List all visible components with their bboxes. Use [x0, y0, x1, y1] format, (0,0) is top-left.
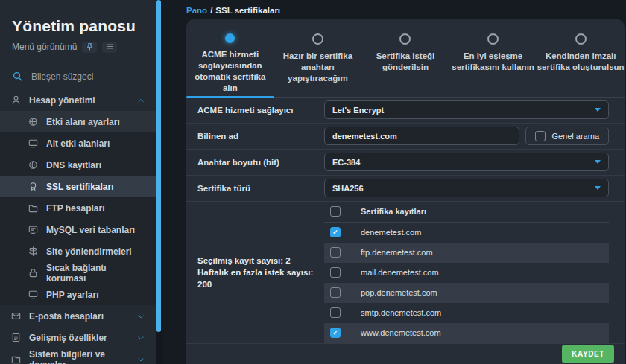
card-footer: KAYDET: [186, 344, 625, 364]
folder-icon: [28, 202, 39, 214]
app-title: Yönetim panosu: [12, 16, 144, 36]
menu-icon: [106, 40, 114, 54]
step-4-radio[interactable]: [487, 33, 499, 45]
genel-arama-option[interactable]: Genel arama: [525, 127, 609, 145]
pin-menu-button[interactable]: [82, 42, 97, 53]
bilinen-ad-input[interactable]: [324, 127, 519, 145]
acme-hizmeti-sağlayıcı-select[interactable]: Let's Encrypt: [324, 100, 609, 119]
ssl-certificates-card: ACME hizmeti sağlayıcısından otomatik se…: [186, 19, 625, 364]
record-checkbox[interactable]: [330, 227, 341, 237]
record-name: www.denemetest.com: [361, 328, 441, 337]
chevron-down-icon: [136, 333, 145, 342]
breadcrumb-current: SSL sertifikaları: [215, 6, 280, 15]
anahtar-boyutu-bit-select[interactable]: EC-384: [324, 153, 609, 171]
chevron-down-icon: [595, 160, 601, 164]
record-checkbox[interactable]: [330, 206, 341, 217]
record-row-mail-denemetest-com[interactable]: mail.denemetest.com: [324, 263, 609, 283]
record-name: pop.denemetest.com: [361, 288, 437, 297]
record-checkbox[interactable]: [330, 267, 341, 278]
sidebar: Yönetim panosu Menü görünümü Bileşen süz…: [0, 0, 162, 364]
record-checkbox[interactable]: [330, 287, 341, 298]
record-checkbox[interactable]: [330, 247, 341, 258]
stepper-divider: [186, 97, 625, 98]
sidebar-item-label: Sıcak bağlantı koruması: [46, 263, 145, 284]
sidebar-item-ftp-hesapları[interactable]: FTP hesapları: [0, 197, 156, 219]
step-5-radio[interactable]: [575, 33, 587, 45]
sidebar-item-label: Alt etki alanları: [46, 138, 110, 149]
step-1[interactable]: ACME hizmeti sağlayıcısından otomatik se…: [186, 33, 274, 97]
step-2[interactable]: Hazır bir sertifika anahtarı yapıştıraca…: [274, 33, 362, 97]
step-1-radio[interactable]: [225, 33, 235, 43]
field-label: Bilinen ad: [197, 132, 324, 141]
form-row-sertifika-türü: Sertifika türüSHA256: [186, 176, 625, 202]
sertifika-türü-select[interactable]: SHA256: [324, 179, 609, 197]
step-3[interactable]: Sertifika isteği gönderilsin: [361, 33, 449, 97]
sidebar-item-sıcak-bağlantı-koruması[interactable]: Sıcak bağlantı koruması: [0, 262, 156, 284]
sidebar-nav: Hesap yönetimiEtki alanı ayarlarıAlt etk…: [0, 89, 156, 364]
sidebar-scrollbar-thumb[interactable]: [156, 0, 161, 332]
sidebar-scrollbar[interactable]: [156, 0, 162, 364]
database-icon: [28, 224, 39, 235]
sidebar-item-php-ayarları[interactable]: PHP ayarları: [0, 284, 156, 305]
step-4[interactable]: En iyi eşleşme sertifikasını kullanın: [449, 33, 537, 97]
sidebar-item-dns-kayıtları[interactable]: DNS kayıtları: [0, 154, 156, 176]
chevron-down-icon: [595, 108, 601, 112]
component-filter-placeholder: Bileşen süzgeci: [31, 71, 93, 82]
record-row-denemetest-com[interactable]: denemetest.com: [324, 223, 609, 243]
sidebar-item-label: Hesap yönetimi: [29, 95, 95, 106]
step-5[interactable]: Kendinden imzalı sertifika oluşturulsun: [537, 33, 625, 97]
record-checkbox[interactable]: [330, 307, 341, 318]
sidebar-item-mysql-veri-tabanları[interactable]: MySQL veri tabanları: [0, 219, 156, 240]
chevron-down-icon: [595, 186, 601, 190]
sidebar-item-label: DNS kayıtları: [46, 160, 101, 170]
certificate-icon: [28, 181, 39, 192]
sidebar-item-label: Etki alanı ayarları: [46, 117, 120, 127]
select-value: SHA256: [332, 184, 364, 193]
record-row-smtp-denemetest-com[interactable]: smtp.denemetest.com: [324, 303, 609, 323]
menu-style-button[interactable]: [102, 42, 117, 53]
sidebar-item-ssl-sertifikaları[interactable]: SSL sertifikaları: [0, 176, 156, 197]
sidebar-item-hesap-yönetimi[interactable]: Hesap yönetimi: [0, 89, 156, 111]
component-filter[interactable]: Bileşen süzgeci: [0, 64, 156, 89]
select-value: Let's Encrypt: [332, 106, 384, 115]
sidebar-item-gelişmiş-özellikler[interactable]: Gelişmiş özellikler: [0, 327, 156, 348]
checkbox-label: Genel arama: [551, 132, 599, 141]
doc-icon: [10, 332, 22, 343]
chevron-up-icon: [136, 96, 145, 105]
form-row-bilinen-ad: Bilinen adGenel arama: [186, 124, 625, 150]
user-icon: [10, 95, 22, 106]
sidebar-item-alt-etki-alanları[interactable]: Alt etki alanları: [0, 132, 156, 154]
step-4-label: En iyi eşleşme sertifikasını kullanın: [449, 51, 537, 73]
records-section: Seçilmiş kayıt sayısı: 2 Haftalık en faz…: [186, 202, 625, 344]
chevron-down-icon: [136, 355, 145, 364]
record-row-www-denemetest-com[interactable]: www.denemetest.com: [324, 323, 609, 343]
step-3-radio[interactable]: [399, 33, 411, 45]
sidebar-item-site-yönlendirmeleri[interactable]: Site yönlendirmeleri: [0, 240, 156, 262]
certificate-form: ACME hizmeti sağlayıcıLet's EncryptBilin…: [186, 98, 625, 202]
lock-icon: [28, 267, 39, 278]
pin-icon: [86, 40, 94, 54]
sidebar-item-label: Sistem bilgileri ve dosyalar: [29, 349, 129, 364]
record-checkbox[interactable]: [330, 328, 341, 338]
folder-icon: [10, 354, 22, 364]
record-row-ftp-denemetest-com[interactable]: ftp.denemetest.com: [324, 243, 609, 263]
sidebar-item-label: MySQL veri tabanları: [46, 225, 135, 235]
sidebar-item-label: E-posta hesapları: [29, 311, 104, 322]
genel-arama-checkbox[interactable]: [535, 131, 546, 141]
sidebar-item-sistem-bilgileri-ve-dosyalar[interactable]: Sistem bilgileri ve dosyalar: [0, 348, 156, 364]
breadcrumb-home-link[interactable]: Pano: [186, 6, 207, 15]
record-name: mail.denemetest.com: [361, 268, 439, 277]
step-2-label: Hazır bir sertifika anahtarı yapıştıraca…: [274, 51, 362, 84]
sidebar-item-label: PHP ayarları: [46, 290, 99, 300]
sidebar-item-e-posta-hesapları[interactable]: E-posta hesapları: [0, 305, 156, 327]
field-label: Sertifika türü: [197, 184, 324, 193]
sidebar-item-etki-alanı-ayarları[interactable]: Etki alanı ayarları: [0, 111, 156, 132]
field-label: ACME hizmeti sağlayıcı: [197, 106, 324, 115]
chevron-down-icon: [136, 312, 145, 321]
save-button[interactable]: KAYDET: [562, 345, 614, 363]
stepper: ACME hizmeti sağlayıcısından otomatik se…: [186, 19, 625, 97]
search-icon: [12, 71, 23, 82]
step-2-radio[interactable]: [312, 33, 323, 45]
record-row-pop-denemetest-com[interactable]: pop.denemetest.com: [324, 283, 609, 303]
signpost-icon: [28, 246, 39, 257]
